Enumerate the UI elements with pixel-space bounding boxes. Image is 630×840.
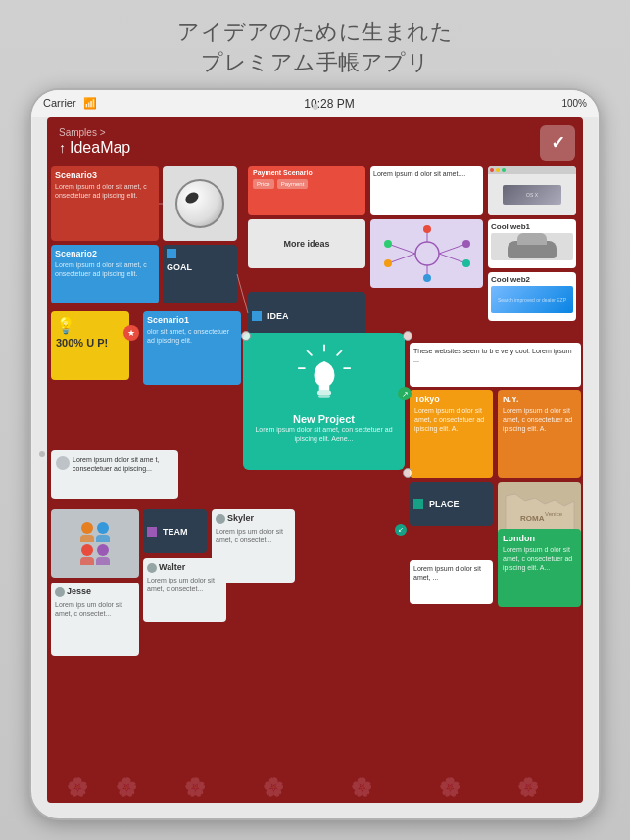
svg-line-20 (337, 351, 341, 355)
breadcrumb: Samples > (59, 127, 106, 138)
sakura-2: 🌸 (116, 776, 137, 798)
card-coolweb2[interactable]: Cool web2 Search improved or dealer EZP (488, 272, 576, 321)
svg-rect-25 (317, 395, 329, 398)
new-project-title: New Project (293, 413, 355, 425)
london-title: London (503, 534, 576, 543)
chat-text: Lorem ipsum dolor sit ame t, consectetue… (73, 455, 173, 473)
london-body: Lorem ipsum d olor sit amet, c onsectetu… (503, 545, 576, 572)
card-team-label[interactable]: TEAM (143, 509, 207, 553)
card-tokyo[interactable]: Tokyo Lorem ipsum d olor sit amet, c ons… (410, 390, 493, 478)
mindmap-svg (378, 224, 476, 283)
svg-line-21 (307, 351, 311, 355)
card-coolweb1[interactable]: Cool web1 (488, 219, 576, 268)
svg-point-14 (423, 274, 431, 282)
svg-line-10 (388, 254, 415, 263)
card-websites[interactable]: These websites seem to b e very cool. Lo… (410, 343, 581, 387)
back-arrow-icon[interactable]: ↑ (59, 140, 66, 156)
ipad-home-button[interactable] (39, 451, 45, 457)
place-arrow-badge: ↙ (395, 524, 407, 536)
sakura-1: 🌸 (67, 776, 88, 798)
resize-handle-tl[interactable] (241, 331, 251, 341)
check-button[interactable] (540, 125, 575, 161)
scenario2-title: Scenario2 (55, 249, 155, 258)
resize-handle-br[interactable] (403, 468, 412, 478)
new-project-body: Lorem ipsum dolor sit amet, con sectetue… (251, 425, 397, 443)
place-label: PLACE (429, 499, 460, 509)
bulb-icon: 💡 (56, 316, 75, 335)
card-mindmap[interactable] (370, 219, 483, 288)
page-title: IdeaMap (70, 139, 130, 157)
lorem-top-text: Lorem ipsum d olor sit amet.... (373, 169, 480, 178)
svg-text:Venice: Venice (545, 511, 563, 517)
card-scenario2[interactable]: Scenario2 Lorem ipsum d olor sit amet, c… (51, 245, 159, 303)
card-walter[interactable]: Walter Lorem ips um dolor sit amet, c on… (143, 558, 226, 622)
jesse-name: Jesse (67, 586, 91, 596)
mac-titlebar (488, 166, 576, 174)
svg-point-13 (423, 225, 431, 233)
svg-rect-24 (317, 391, 331, 395)
card-jesse[interactable]: Jesse Lorem ips um dolor sit amet, c ons… (51, 583, 139, 656)
scenario1-title: Scenario1 (147, 315, 237, 325)
walter-name: Walter (159, 562, 185, 572)
ny-body: Lorem ipsum d olor sit amet, c onsectetu… (503, 406, 576, 433)
sakura-4: 🌸 (263, 776, 284, 798)
resize-handle-tr[interactable] (403, 331, 412, 341)
team-person-3 (80, 544, 94, 565)
team-label: TEAM (163, 527, 188, 537)
svg-point-18 (462, 259, 470, 267)
jesse-body: Lorem ips um dolor sit amet, c onsectet.… (55, 600, 135, 618)
coolweb1-image (491, 233, 573, 260)
team-color-square (147, 527, 157, 537)
more-ideas-label: More ideas (283, 239, 329, 249)
ny-title: N.Y. (503, 395, 576, 404)
jesse-avatar (55, 587, 65, 597)
ipad-camera (313, 104, 318, 110)
card-place[interactable]: PLACE (410, 482, 493, 526)
scenario2-body: Lorem ipsum d olor sit amet, c onsectetu… (55, 260, 155, 278)
skyler-name: Skyler (227, 513, 254, 523)
svg-point-16 (384, 259, 392, 267)
card-scenario3[interactable]: Scenario3 Lorem ipsum d olor sit amet, c… (51, 166, 159, 241)
lorem-br-text: Lorem ipsum d olor sit amet, ... (413, 564, 489, 582)
idea-map-canvas[interactable]: Scenario3 Lorem ipsum d olor sit amet, c… (47, 166, 583, 803)
card-lorem-top[interactable]: Lorem ipsum d olor sit amet.... (370, 166, 483, 215)
scenario3-title: Scenario3 (55, 170, 155, 180)
card-soccer-image[interactable] (163, 166, 237, 241)
walter-body: Lorem ips um dolor sit amet, c onsectet.… (147, 576, 222, 593)
team-people-grid (76, 518, 114, 569)
svg-point-17 (462, 240, 470, 248)
sakura-3: 🌸 (184, 776, 206, 798)
card-team-photo[interactable] (51, 509, 139, 578)
card-london[interactable]: London Lorem ipsum d olor sit amet, c on… (498, 529, 581, 607)
carrier-text: Carrier 📶 (43, 97, 97, 110)
card-scenario1[interactable]: Scenario1 olor sit amet, c onsectetuer a… (143, 311, 241, 385)
chat-avatar (56, 456, 70, 470)
svg-line-1 (237, 274, 248, 313)
scenario3-body: Lorem ipsum d olor sit amet, c onsectetu… (55, 182, 155, 200)
tokyo-title: Tokyo (414, 395, 488, 404)
team-person-1 (80, 522, 94, 542)
arrow-connector-badge: ↗ (398, 387, 412, 400)
team-person-4 (96, 544, 110, 565)
svg-point-6 (415, 242, 439, 265)
card-new-project[interactable]: New Project Lorem ipsum dolor sit amet, … (243, 333, 405, 470)
top-heading: アイデアのために生まれた プレミアム手帳アプリ (0, 18, 630, 78)
card-ny[interactable]: N.Y. Lorem ipsum d olor sit amet, c onse… (498, 390, 581, 478)
up-text: 300% U P! (56, 337, 108, 349)
mac-dot-yellow (496, 168, 500, 172)
card-chat[interactable]: Lorem ipsum dolor sit ame t, consectetue… (51, 450, 178, 499)
goal-color-square (167, 249, 176, 258)
card-300-up[interactable]: 💡 300% U P! (51, 311, 129, 380)
ipad-frame: Carrier 📶 10:28 PM 100% Samples > ↑ Idea… (29, 88, 601, 820)
coolweb2-image: Search improved or dealer EZP (491, 286, 573, 313)
title-bar: ↑ IdeaMap (59, 139, 130, 157)
card-lorem-bottom-right[interactable]: Lorem ipsum d olor sit amet, ... (410, 560, 493, 604)
card-goal[interactable]: GOAL (163, 245, 237, 303)
mac-dot-red (490, 168, 494, 172)
soccer-ball-image (175, 179, 224, 228)
card-more-ideas[interactable]: More ideas (248, 219, 365, 268)
card-mac-screenshot[interactable]: OS X (488, 166, 576, 215)
skyler-body: Lorem ips um dolor sit amet, c onsectet.… (216, 527, 291, 544)
card-payment[interactable]: Payment Scenario Price Payment (248, 166, 365, 215)
scenario1-body: olor sit amet, c onsectetuer ad ipiscing… (147, 327, 237, 345)
